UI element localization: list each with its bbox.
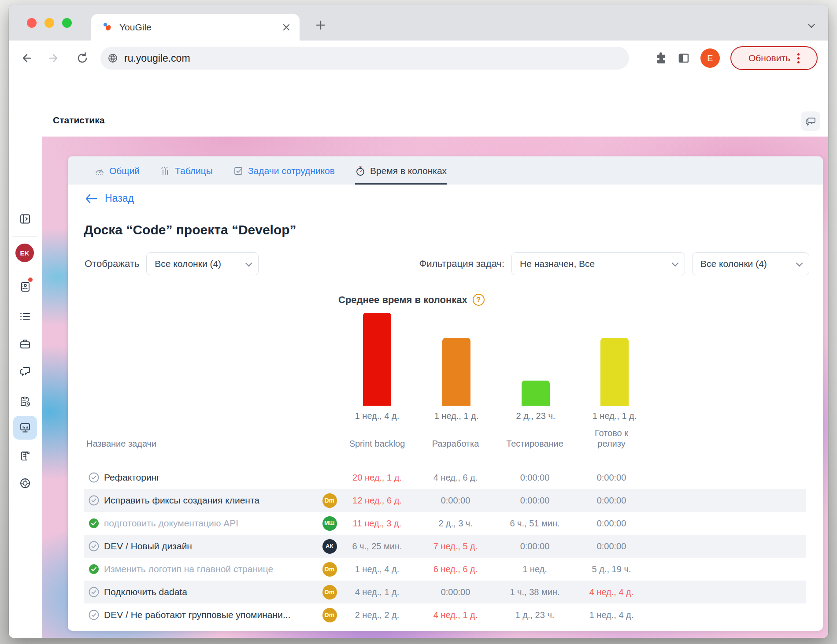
assignee-avatar: Dm	[320, 562, 339, 577]
columns-filter-select[interactable]: Все колонки (4)	[692, 252, 809, 275]
chart-bar	[600, 338, 629, 406]
time-in-column-cell: 0:00:00	[497, 496, 572, 506]
checkbox-icon	[233, 166, 244, 176]
task-name[interactable]: Подключить dadata	[104, 587, 320, 597]
minimize-window-button[interactable]	[44, 18, 54, 28]
time-in-column-cell: 6 нед., 6 д.	[418, 564, 493, 574]
task-table-rows: Рефакторинг20 нед., 1 д.4 нед., 6 д.0:00…	[84, 466, 806, 626]
task-check-icon[interactable]	[88, 540, 100, 552]
chart-bar-label: 1 нед., 4 д.	[342, 411, 412, 421]
task-name[interactable]: DEV / Не работают групповые упоминани...	[104, 610, 320, 620]
tab-general[interactable]: Общий	[94, 156, 140, 185]
site-security-globe-icon[interactable]	[107, 53, 118, 63]
side-panel-icon[interactable]	[678, 52, 690, 64]
task-name[interactable]: Рефакторинг	[104, 472, 320, 483]
browser-menu-kebab-icon[interactable]	[797, 53, 800, 63]
table-row[interactable]: Рефакторинг20 нед., 1 д.4 нед., 6 д.0:00…	[84, 466, 806, 489]
table-row[interactable]: DEV / Новый дизайнАК6 ч., 25 мин.7 нед.,…	[84, 535, 806, 558]
url-text[interactable]: ru.yougile.com	[124, 52, 190, 64]
display-columns-select[interactable]: Все колонки (4)	[146, 252, 259, 275]
browser-toolbar: ru.yougile.com E Обновить	[9, 41, 828, 76]
address-bar[interactable]: ru.yougile.com	[100, 47, 629, 70]
column-time-chart: Среднее время в колонках ? 1 нед., 4 д.1…	[68, 289, 823, 426]
chart-title: Среднее время в колонках	[338, 294, 467, 306]
time-report-clipboard-icon[interactable]	[19, 396, 31, 408]
tab-label: Время в колонках	[370, 166, 447, 176]
feedback-button[interactable]	[801, 111, 820, 131]
task-name[interactable]: Изменить логотип на главной странице	[104, 564, 320, 574]
time-in-column-cell: 12 нед., 6 д.	[340, 496, 415, 506]
column-header: Sprint backlog	[340, 438, 415, 449]
assignee-avatar: Dm	[320, 608, 339, 622]
table-row[interactable]: подготовить документацию APIМШ11 нед., 3…	[84, 512, 806, 535]
board-title: Доска “Code” проекта “Develop”	[84, 222, 296, 237]
chats-icon[interactable]	[19, 365, 31, 377]
time-in-column-cell: 1 нед., 4 д.	[574, 610, 649, 620]
back-arrow-icon	[85, 193, 98, 204]
yougile-favicon	[102, 22, 113, 33]
task-name[interactable]: Исправить фиксы создания клиента	[104, 495, 320, 506]
tab-time-in-columns[interactable]: Время в колонках	[355, 156, 447, 185]
user-avatar[interactable]: EK	[15, 244, 34, 262]
help-question-icon[interactable]: ?	[473, 294, 485, 306]
table-row[interactable]: Исправить фиксы создания клиентаDm12 нед…	[84, 489, 806, 512]
table-row[interactable]: Изменить логотип на главной страницеDm1 …	[84, 558, 806, 581]
chart-bar	[522, 381, 550, 406]
back-icon[interactable]	[19, 52, 33, 65]
extensions-puzzle-icon[interactable]	[655, 52, 667, 64]
task-name[interactable]: DEV / Новый дизайн	[104, 541, 320, 551]
time-in-column-cell: 0:00:00	[574, 496, 649, 506]
task-completed-icon[interactable]	[88, 518, 100, 529]
rail-divider	[12, 271, 38, 271]
contacts-notebook-icon[interactable]	[19, 281, 31, 293]
time-in-column-cell: 0:00:00	[418, 587, 493, 597]
tab-employee-tasks[interactable]: Задачи сотрудников	[233, 156, 335, 185]
time-in-column-cell: 6 ч., 25 мин.	[340, 541, 415, 551]
forward-icon[interactable]	[48, 52, 61, 65]
task-check-icon[interactable]	[88, 609, 100, 621]
close-window-button[interactable]	[27, 18, 37, 28]
task-check-icon[interactable]	[88, 495, 100, 506]
time-in-column-cell: 0:00:00	[574, 518, 649, 529]
assignee-avatar: МШ	[320, 516, 339, 531]
task-check-icon[interactable]	[88, 472, 100, 483]
tab-tables[interactable]: Таблицы	[160, 156, 213, 185]
browser-update-button[interactable]: Обновить	[730, 46, 818, 70]
task-check-icon[interactable]	[88, 586, 100, 598]
display-columns-value: Все колонки (4)	[155, 259, 221, 269]
table-row[interactable]: DEV / Не работают групповые упоминани...…	[84, 603, 806, 626]
changelog-scroll-icon[interactable]	[19, 450, 31, 463]
projects-briefcase-icon[interactable]	[19, 338, 31, 350]
reload-icon[interactable]	[76, 52, 89, 65]
assignee-avatar: Dm	[320, 493, 339, 508]
chevron-down-icon	[796, 259, 803, 266]
task-name[interactable]: подготовить документацию API	[104, 518, 320, 529]
new-tab-button[interactable]	[315, 19, 327, 31]
close-tab-icon[interactable]	[282, 23, 291, 32]
time-in-column-cell: 4 нед., 4 д.	[574, 587, 649, 597]
toolbar-right-group: E Обновить	[655, 46, 818, 70]
time-in-column-cell: 1 ч., 38 мин.	[497, 587, 572, 597]
display-label: Отображать	[85, 258, 139, 270]
bar-chart-icon	[160, 166, 170, 176]
table-row[interactable]: Подключить dadataDm4 нед., 1 д.0:00:001 …	[84, 581, 806, 603]
chevron-down-icon	[672, 259, 679, 266]
assignee-filter-select[interactable]: Не назначен, Все	[511, 252, 685, 275]
task-list-icon[interactable]	[19, 311, 31, 323]
browser-profile-avatar[interactable]: E	[700, 48, 720, 68]
tab-label: Задачи сотрудников	[248, 166, 335, 176]
statistics-monitor-icon[interactable]	[19, 422, 31, 434]
tab-search-chevron-icon[interactable]	[806, 20, 817, 31]
back-link[interactable]: Назад	[85, 192, 134, 204]
support-lifebuoy-icon[interactable]	[19, 477, 31, 489]
chevron-down-icon	[245, 259, 252, 266]
zoom-window-button[interactable]	[62, 18, 72, 28]
task-completed-icon[interactable]	[88, 563, 100, 575]
time-in-column-cell: 4 нед., 6 д.	[418, 473, 493, 483]
column-header: Разработка	[418, 438, 493, 449]
time-in-column-cell: 2 нед., 2 д.	[340, 610, 415, 620]
time-in-column-cell: 5 д., 19 ч.	[574, 564, 649, 574]
assignee-filter-value: Не назначен, Все	[520, 259, 595, 269]
browser-tab[interactable]: YouGile	[91, 14, 300, 41]
collapse-sidebar-icon[interactable]	[19, 213, 31, 225]
